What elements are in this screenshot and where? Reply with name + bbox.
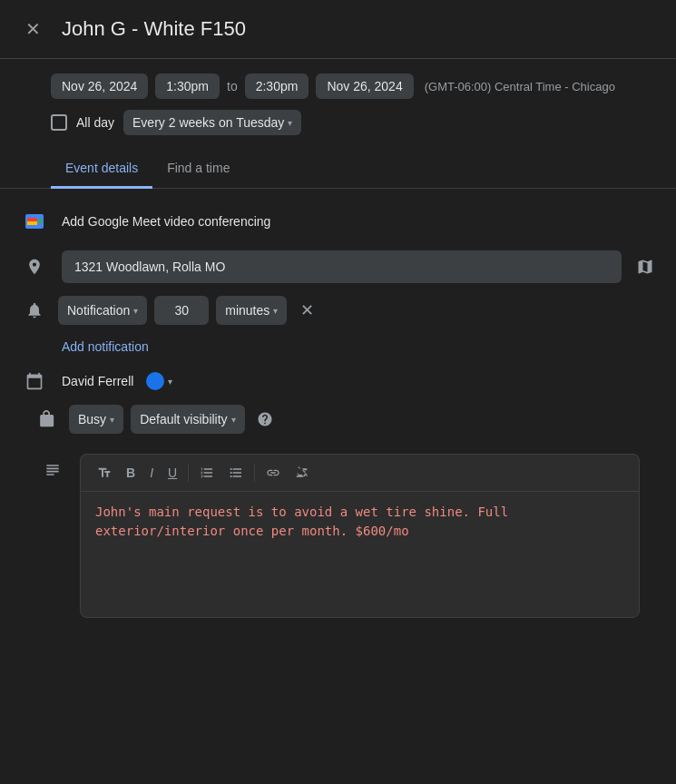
busy-label: Busy [78, 412, 106, 426]
allday-label: All day [76, 115, 114, 130]
event-title: John G - White F150 [62, 17, 246, 41]
text-icon [44, 461, 62, 479]
remove-format-button[interactable] [289, 462, 315, 484]
description-section: B I U [0, 439, 676, 628]
help-icon [257, 411, 273, 427]
help-button[interactable] [252, 407, 278, 432]
location-icon [25, 258, 44, 276]
recurrence-value: Every 2 weeks on Tuesday [132, 115, 284, 130]
calendar-row: David Ferrell ▾ [0, 363, 676, 399]
notification-unit-chevron: ▾ [273, 306, 278, 316]
description-editor: B I U [80, 454, 640, 621]
timezone-label: (GMT-06:00) Central Time - Chicago [425, 80, 615, 93]
map-button[interactable] [632, 254, 658, 279]
datetime-row: Nov 26, 2024 1:30pm to 2:30pm Nov 26, 20… [0, 59, 676, 106]
start-time-button[interactable]: 1:30pm [155, 74, 220, 99]
visibility-select[interactable]: Default visibility ▾ [131, 405, 244, 434]
remove-format-icon [295, 466, 309, 480]
unordered-list-button[interactable] [223, 462, 249, 484]
add-meet-button[interactable]: Add Google Meet video conferencing [62, 207, 270, 236]
end-date-button[interactable]: Nov 26, 2024 [316, 74, 413, 99]
meet-icon [24, 211, 45, 232]
ordered-list-icon [200, 466, 214, 480]
calendar-color-button[interactable]: ▾ [144, 370, 174, 392]
start-date-button[interactable]: Nov 26, 2024 [51, 74, 148, 99]
calendar-icon-wrapper [18, 372, 51, 390]
to-label: to [227, 79, 238, 93]
location-row [0, 243, 676, 290]
location-input[interactable] [62, 250, 622, 283]
notification-remove-icon: ✕ [300, 300, 314, 320]
ordered-list-button[interactable] [194, 462, 220, 484]
underline-button[interactable]: U [162, 462, 182, 484]
format-icon [97, 466, 112, 480]
tabs-row: Event details Find a time [0, 150, 676, 189]
bold-button[interactable]: B [121, 462, 141, 484]
description-toolbar: B I U [80, 454, 640, 491]
form-section: Add Google Meet video conferencing Notif… [0, 189, 676, 639]
toolbar-separator-2 [254, 464, 255, 482]
notification-type-chevron: ▾ [133, 306, 138, 316]
unordered-list-icon [229, 466, 243, 480]
briefcase-icon [36, 410, 54, 428]
notification-type-label: Notification [67, 303, 130, 318]
allday-row: All day Every 2 weeks on Tuesday ▾ [0, 106, 676, 146]
close-icon: ✕ [25, 18, 41, 40]
notification-row: Notification ▾ minutes ▾ ✕ [0, 290, 676, 330]
bell-icon [25, 301, 44, 319]
briefcase-icon-wrapper [29, 410, 62, 428]
underline-icon: U [168, 466, 177, 480]
bell-icon-wrapper [18, 301, 51, 319]
notification-value-input[interactable] [154, 296, 209, 325]
location-icon-wrapper [18, 258, 51, 276]
notification-type-select[interactable]: Notification ▾ [58, 296, 147, 325]
end-time-button[interactable]: 2:30pm [245, 74, 309, 99]
notification-unit-label: minutes [225, 303, 269, 318]
event-header: ✕ John G - White F150 [0, 0, 676, 59]
link-button[interactable] [260, 462, 286, 484]
meet-icon-wrapper [18, 211, 51, 232]
close-button[interactable]: ✕ [18, 15, 47, 44]
calendar-icon [25, 372, 44, 390]
busy-chevron: ▾ [110, 415, 114, 425]
calendar-color-dot [146, 372, 164, 390]
italic-button[interactable]: I [144, 462, 159, 484]
status-row: Busy ▾ Default visibility ▾ [0, 399, 676, 439]
allday-checkbox[interactable] [51, 114, 67, 131]
format-button[interactable] [92, 462, 117, 484]
meet-row: Add Google Meet video conferencing [0, 200, 676, 243]
chevron-down-icon: ▾ [288, 118, 292, 128]
tab-event-details[interactable]: Event details [51, 150, 152, 189]
toolbar-separator-1 [188, 464, 189, 482]
bold-icon: B [126, 466, 135, 480]
add-notification-button[interactable]: Add notification [0, 330, 167, 363]
notification-remove-button[interactable]: ✕ [294, 298, 319, 323]
notification-unit-select[interactable]: minutes ▾ [216, 296, 287, 325]
tab-find-a-time[interactable]: Find a time [152, 150, 244, 189]
map-icon [636, 258, 654, 276]
description-textarea[interactable] [80, 491, 640, 618]
meet-label: Add Google Meet video conferencing [62, 214, 270, 229]
busy-status-select[interactable]: Busy ▾ [69, 405, 123, 434]
recurrence-select[interactable]: Every 2 weeks on Tuesday ▾ [123, 110, 301, 135]
visibility-chevron: ▾ [231, 415, 236, 425]
link-icon [266, 466, 280, 480]
calendar-name: David Ferrell [62, 374, 133, 388]
calendar-color-chevron: ▾ [168, 377, 172, 387]
text-icon-wrapper [36, 461, 69, 479]
visibility-label: Default visibility [140, 412, 227, 426]
italic-icon: I [150, 466, 153, 480]
